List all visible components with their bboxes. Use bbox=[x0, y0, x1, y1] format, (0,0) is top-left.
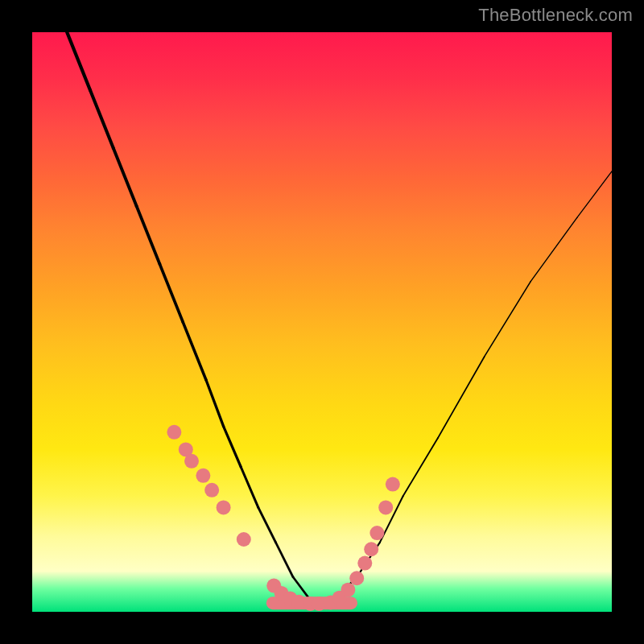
svg-point-38 bbox=[349, 571, 364, 585]
svg-point-26 bbox=[204, 483, 219, 497]
chart-svg bbox=[32, 32, 612, 612]
svg-line-19 bbox=[530, 217, 577, 281]
svg-point-39 bbox=[357, 556, 372, 571]
svg-line-0 bbox=[67, 32, 90, 90]
svg-point-37 bbox=[341, 583, 355, 597]
curve-line bbox=[67, 32, 612, 601]
svg-line-6 bbox=[206, 380, 224, 427]
svg-line-3 bbox=[137, 206, 160, 264]
chart-frame: TheBottleneck.com bbox=[0, 0, 644, 644]
svg-line-2 bbox=[114, 148, 137, 206]
svg-point-43 bbox=[386, 477, 400, 492]
svg-point-27 bbox=[217, 500, 231, 514]
svg-line-10 bbox=[275, 543, 293, 577]
svg-line-1 bbox=[90, 90, 114, 148]
svg-line-8 bbox=[241, 467, 258, 507]
svg-line-18 bbox=[485, 282, 531, 357]
svg-point-24 bbox=[184, 454, 199, 469]
svg-point-28 bbox=[237, 532, 251, 547]
svg-point-22 bbox=[167, 425, 181, 440]
svg-line-9 bbox=[258, 507, 276, 542]
svg-line-16 bbox=[403, 438, 438, 496]
svg-point-42 bbox=[378, 500, 393, 514]
marker-dots bbox=[167, 425, 399, 611]
svg-line-5 bbox=[183, 322, 206, 380]
plot-area bbox=[32, 32, 612, 612]
svg-line-7 bbox=[224, 427, 242, 467]
svg-point-40 bbox=[364, 542, 378, 556]
watermark-text: TheBottleneck.com bbox=[478, 5, 633, 26]
svg-line-17 bbox=[438, 357, 485, 438]
svg-line-4 bbox=[159, 264, 183, 322]
svg-point-25 bbox=[196, 469, 210, 483]
svg-line-20 bbox=[577, 171, 612, 218]
svg-point-41 bbox=[369, 526, 384, 540]
